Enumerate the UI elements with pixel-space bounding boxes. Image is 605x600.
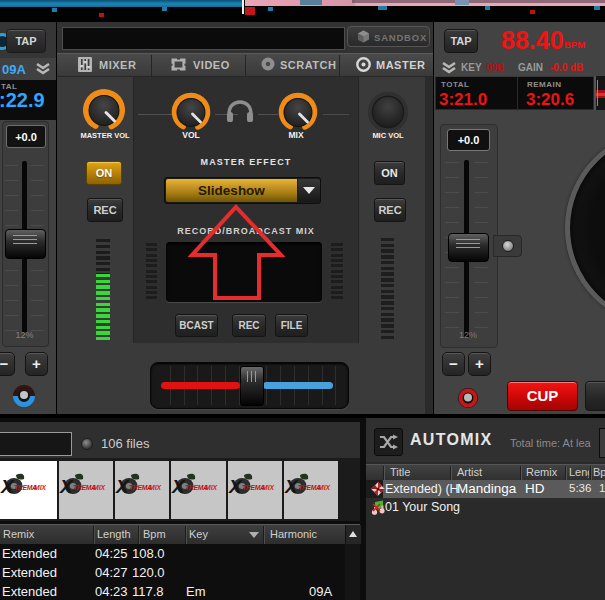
svg-text:X: X: [228, 476, 243, 497]
svg-text:X: X: [284, 476, 299, 497]
svg-text:X: X: [171, 476, 186, 497]
svg-text:X: X: [115, 476, 130, 497]
svg-text:MIX: MIX: [318, 484, 331, 491]
svg-text:MIX: MIX: [34, 484, 47, 491]
svg-text:X: X: [59, 476, 74, 497]
svg-text:MIX: MIX: [93, 484, 106, 491]
svg-text:MIX: MIX: [205, 484, 218, 491]
svg-text:MIX: MIX: [149, 484, 162, 491]
svg-text:X: X: [0, 476, 15, 497]
svg-text:MIX: MIX: [262, 484, 275, 491]
